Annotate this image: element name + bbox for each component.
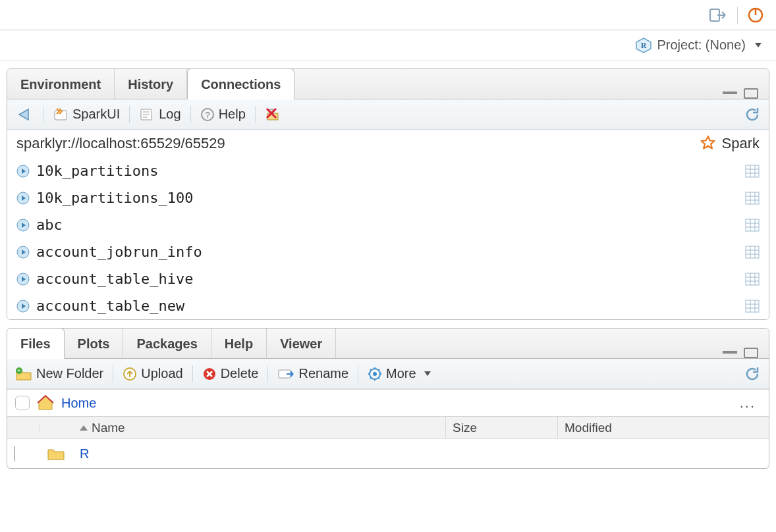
chevron-down-icon[interactable]	[755, 43, 762, 47]
rename-label: Rename	[298, 366, 348, 381]
svg-rect-41	[746, 273, 759, 285]
expand-icon[interactable]	[16, 165, 30, 178]
svg-line-66	[378, 377, 379, 379]
home-icon[interactable]	[36, 394, 55, 412]
connection-string-row: sparklyr://localhost:65529/65529 Spark	[7, 130, 769, 157]
expand-icon[interactable]	[16, 192, 30, 205]
file-row[interactable]: R	[7, 439, 769, 468]
divider	[192, 365, 193, 383]
table-name: 10k_partitions_100	[36, 190, 193, 206]
tab-plots[interactable]: Plots	[65, 329, 124, 358]
divider	[737, 7, 738, 24]
svg-line-67	[378, 369, 379, 371]
file-size	[446, 450, 558, 458]
pane-minimize-icon[interactable]	[723, 350, 737, 354]
table-name: 10k_partitions	[36, 163, 158, 179]
svg-rect-47	[746, 300, 759, 312]
connections-pane: Environment History Connections SparkUI …	[7, 68, 769, 320]
files-header-row: Name Size Modified	[7, 417, 769, 439]
table-row[interactable]: account_table_new	[7, 292, 769, 319]
upload-button[interactable]: Upload	[123, 366, 182, 381]
project-label[interactable]: Project: (None)	[657, 38, 746, 53]
connections-toolbar: SparkUI Log ? Help	[7, 99, 769, 130]
refresh-icon[interactable]	[744, 106, 761, 123]
preview-table-icon[interactable]	[745, 300, 760, 313]
tab-connections[interactable]: Connections	[187, 68, 294, 99]
table-name: account_jobrun_info	[36, 244, 202, 260]
svg-rect-35	[746, 246, 759, 258]
tab-help[interactable]: Help	[211, 329, 267, 358]
chevron-down-icon	[424, 371, 431, 376]
expand-icon[interactable]	[16, 246, 30, 259]
project-bar: R Project: (None)	[0, 30, 776, 61]
table-name: account_table_hive	[36, 271, 193, 287]
preview-table-icon[interactable]	[745, 192, 760, 205]
file-modified	[558, 450, 769, 458]
help-button[interactable]: ? Help	[200, 107, 246, 122]
preview-table-icon[interactable]	[745, 273, 760, 286]
expand-icon[interactable]	[16, 300, 30, 313]
help-label: Help	[219, 107, 246, 122]
more-button[interactable]: More	[368, 366, 431, 381]
breadcrumb-home[interactable]: Home	[61, 396, 96, 411]
log-button[interactable]: Log	[139, 107, 180, 122]
table-row[interactable]: 10k_partitions_100	[7, 184, 769, 211]
file-name[interactable]: R	[73, 442, 446, 466]
files-tabstrip: Files Plots Packages Help Viewer	[7, 329, 769, 359]
tab-environment[interactable]: Environment	[7, 69, 115, 99]
tab-viewer[interactable]: Viewer	[267, 329, 336, 358]
svg-text:+: +	[17, 367, 20, 374]
divider	[358, 365, 358, 383]
new-folder-button[interactable]: + New Folder	[15, 366, 103, 381]
preview-table-icon[interactable]	[745, 246, 760, 259]
select-all-checkbox[interactable]	[15, 396, 30, 410]
column-modified[interactable]: Modified	[558, 417, 769, 439]
connection-string: sparklyr://localhost:65529/65529	[16, 135, 225, 152]
back-arrow-icon[interactable]	[15, 107, 34, 122]
power-icon[interactable]	[747, 7, 764, 24]
folder-icon	[47, 446, 65, 461]
log-label: Log	[159, 107, 180, 122]
disconnect-icon[interactable]	[265, 107, 283, 122]
svg-rect-23	[746, 192, 759, 204]
expand-icon[interactable]	[16, 273, 30, 286]
column-name[interactable]: Name	[73, 417, 446, 439]
tab-packages[interactable]: Packages	[123, 329, 211, 358]
table-name: abc	[36, 217, 63, 233]
tab-history[interactable]: History	[115, 69, 187, 99]
table-row[interactable]: 10k_partitions	[7, 157, 769, 184]
divider	[255, 106, 256, 123]
svg-text:R: R	[640, 41, 646, 50]
delete-button[interactable]: Delete	[202, 366, 259, 381]
more-path-icon[interactable]: ...	[740, 394, 761, 412]
pane-maximize-icon[interactable]	[744, 348, 758, 358]
row-checkbox[interactable]	[14, 446, 15, 462]
divider	[190, 106, 191, 123]
pane-maximize-icon[interactable]	[744, 88, 758, 99]
connection-tables: 10k_partitions 10k_partitions_100 abc ac…	[7, 157, 769, 319]
preview-table-icon[interactable]	[745, 219, 760, 232]
refresh-icon[interactable]	[744, 365, 761, 383]
table-row[interactable]: account_jobrun_info	[7, 238, 769, 265]
divider	[129, 106, 130, 123]
pane-minimize-icon[interactable]	[723, 90, 737, 94]
rename-button[interactable]: Rename	[277, 366, 348, 381]
spark-star-icon	[700, 135, 717, 152]
table-row[interactable]: account_table_hive	[7, 265, 769, 292]
table-row[interactable]: abc	[7, 211, 769, 238]
connections-tabstrip: Environment History Connections	[7, 69, 769, 99]
divider	[43, 106, 43, 123]
svg-point-60	[373, 372, 377, 376]
r-cube-icon: R	[635, 37, 652, 54]
svg-rect-17	[746, 165, 759, 177]
sparkui-label: SparkUI	[72, 107, 120, 122]
expand-icon[interactable]	[16, 219, 30, 232]
logout-icon[interactable]	[709, 7, 728, 23]
svg-text:?: ?	[205, 110, 209, 120]
app-topbar	[0, 0, 776, 30]
column-size[interactable]: Size	[446, 417, 558, 439]
tab-files[interactable]: Files	[7, 328, 65, 359]
sparkui-button[interactable]: SparkUI	[53, 107, 120, 122]
preview-table-icon[interactable]	[745, 165, 760, 178]
table-name: account_table_new	[36, 298, 184, 314]
